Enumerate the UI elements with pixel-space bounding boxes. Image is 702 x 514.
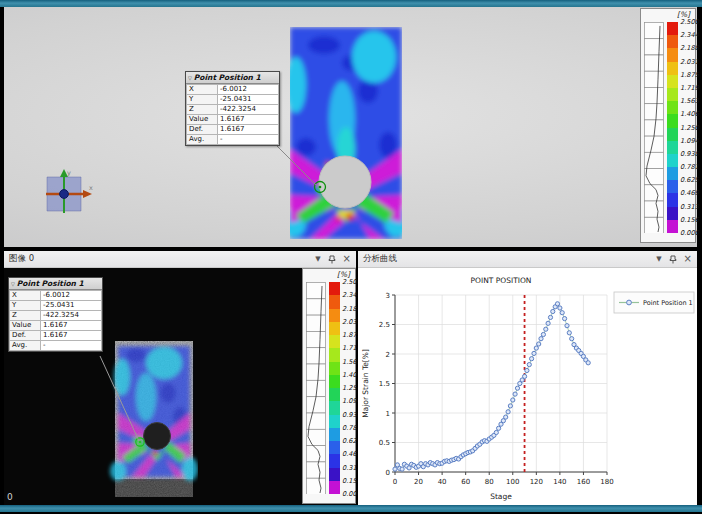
axis-gizmo[interactable]: y x xyxy=(33,167,97,223)
legend-tick-label: 0.781 xyxy=(342,424,358,432)
window-border-top xyxy=(0,0,702,7)
curve-chart-area[interactable]: 02040608010012014016018000.511.522.53POI… xyxy=(358,268,697,505)
legend-tick-label: 1.875 xyxy=(342,331,358,339)
camera-image-view[interactable]: ▽ Point Position 1 X-6.0012Y-25.0431Z-42… xyxy=(4,268,356,505)
chart-title: POINT POSITION xyxy=(471,276,532,285)
svg-text:0: 0 xyxy=(386,469,390,477)
point-data-row: Value1.6167 xyxy=(187,115,279,125)
legend-histogram xyxy=(644,22,664,233)
z-axis-dot xyxy=(60,190,69,199)
svg-text:Point Position 1: Point Position 1 xyxy=(643,299,693,307)
point-data-row: Value1.6167 xyxy=(10,321,102,331)
legend-tick-label: 2.500 xyxy=(680,18,696,26)
curve-panel-title: 分析曲线 xyxy=(363,253,656,265)
legend-tick-label: 0.313 xyxy=(680,203,696,211)
legend-tick-label: 1.094 xyxy=(342,397,358,405)
point-data-row: Avg.- xyxy=(10,341,102,351)
panel-menu-icon[interactable]: ▼ xyxy=(656,254,661,264)
specimen-3d-contour xyxy=(290,27,402,239)
legend-color-scale xyxy=(667,22,678,233)
image-panel-title: 图像 0 xyxy=(9,253,315,265)
point-data-table: X-6.0012Y-25.0431Z-422.3254Value1.6167De… xyxy=(9,290,102,351)
legend-tick-label: 0.313 xyxy=(342,464,358,472)
svg-text:80: 80 xyxy=(485,478,494,486)
legend-tick-label: 1.719 xyxy=(342,344,358,352)
frame-index-label: 0 xyxy=(7,492,13,502)
svg-text:0: 0 xyxy=(393,478,397,486)
application-window: { "window": { "border_color": "#2f7f9c" … xyxy=(0,0,702,514)
svg-text:160: 160 xyxy=(577,478,590,486)
tooltip-title: Point Position 1 xyxy=(17,279,84,288)
image-panel: 图像 0 ▼ × xyxy=(4,251,356,505)
strain-color-legend[interactable]: [%]2.5002.3442.1882.0311.8751.7191.5631.… xyxy=(302,268,356,504)
legend-tick-label: 1.719 xyxy=(680,84,696,92)
legend-tick-label: 1.406 xyxy=(680,110,696,118)
legend-tick-label: 2.344 xyxy=(342,291,358,299)
svg-text:0.5: 0.5 xyxy=(379,439,390,447)
svg-text:40: 40 xyxy=(438,478,447,486)
analysis-curve-panel: 分析曲线 ▼ × 02040608010012014016018000.511.… xyxy=(358,251,697,505)
panel-pin-icon[interactable] xyxy=(328,255,336,264)
point-data-row: Def.1.6167 xyxy=(10,331,102,341)
svg-text:3: 3 xyxy=(386,292,390,300)
point-data-row: Y-25.0431 xyxy=(10,301,102,311)
strain-color-legend[interactable]: [%]2.5002.3442.1882.0311.8751.7191.5631.… xyxy=(640,8,696,243)
legend-tick-label: 2.031 xyxy=(342,318,358,326)
point-data-row: Def.1.6167 xyxy=(187,125,279,135)
curve-panel-titlebar[interactable]: 分析曲线 ▼ × xyxy=(358,251,697,268)
point-position-tooltip[interactable]: ▽ Point Position 1 X-6.0012Y-25.0431Z-42… xyxy=(185,71,280,146)
legend-tick-label: 2.344 xyxy=(680,31,696,39)
legend-tick-label: 0.156 xyxy=(680,216,696,224)
specimen-hole xyxy=(144,423,171,450)
3d-viewport[interactable]: ▽ Point Position 1 X-6.0012Y-25.0431Z-42… xyxy=(4,7,697,247)
image-panel-titlebar[interactable]: 图像 0 ▼ × xyxy=(4,251,356,268)
x-axis-label: x xyxy=(89,184,93,192)
point-data-row: Y-25.0431 xyxy=(187,95,279,105)
chart-ylabel: Major Strain Te[%] xyxy=(361,349,370,418)
panel-menu-icon[interactable]: ▼ xyxy=(315,254,320,264)
legend-tick-label: 1.563 xyxy=(680,97,696,105)
svg-text:100: 100 xyxy=(506,478,519,486)
chart-legend: Point Position 1 xyxy=(614,292,694,313)
point-data-table: X-6.0012Y-25.0431Z-422.3254Value1.6167De… xyxy=(186,84,279,145)
svg-text:140: 140 xyxy=(553,478,566,486)
legend-tick-label: 0.938 xyxy=(680,150,696,158)
legend-tick-label: 0.469 xyxy=(680,189,696,197)
svg-text:2: 2 xyxy=(386,351,390,359)
point-position-chart: 02040608010012014016018000.511.522.53POI… xyxy=(358,268,697,505)
legend-tick-label: 1.250 xyxy=(342,384,358,392)
point-position-tooltip[interactable]: ▽ Point Position 1 X-6.0012Y-25.0431Z-42… xyxy=(8,277,103,352)
legend-tick-label: 1.250 xyxy=(680,124,696,132)
legend-tick-label: 0.625 xyxy=(680,176,696,184)
legend-tick-label: 2.188 xyxy=(680,44,696,52)
panel-pin-icon[interactable] xyxy=(669,255,677,264)
legend-tick-label: 0.156 xyxy=(342,477,358,485)
tooltip-collapse-icon[interactable]: ▽ xyxy=(188,75,192,81)
legend-color-scale xyxy=(329,282,340,494)
point-data-row: Z-422.3254 xyxy=(10,311,102,321)
svg-text:1: 1 xyxy=(386,410,390,418)
svg-text:20: 20 xyxy=(414,478,423,486)
legend-tick-label: 2.031 xyxy=(680,58,696,66)
panel-close-icon[interactable]: × xyxy=(684,254,692,264)
specimen-hole xyxy=(319,156,371,208)
panel-close-icon[interactable]: × xyxy=(343,254,351,264)
legend-tick-label: 0.000 xyxy=(342,490,358,498)
tooltip-collapse-icon[interactable]: ▽ xyxy=(11,281,15,287)
legend-tick-label: 0.469 xyxy=(342,450,358,458)
svg-text:180: 180 xyxy=(600,478,613,486)
legend-tick-label: 2.188 xyxy=(342,305,358,313)
legend-tick-label: 1.563 xyxy=(342,358,358,366)
tooltip-title: Point Position 1 xyxy=(194,73,261,82)
legend-tick-label: 1.094 xyxy=(680,137,696,145)
legend-tick-label: 0.781 xyxy=(680,163,696,171)
legend-tick-label: 1.406 xyxy=(342,371,358,379)
legend-tick-label: 0.938 xyxy=(342,411,358,419)
specimen-camera-image xyxy=(106,331,198,501)
point-data-row: X-6.0012 xyxy=(187,85,279,95)
legend-histogram xyxy=(306,282,326,494)
legend-tick-label: 1.875 xyxy=(680,71,696,79)
svg-text:1.5: 1.5 xyxy=(379,380,390,388)
chart-xlabel: Stage xyxy=(490,492,512,501)
point-data-row: Avg.- xyxy=(187,135,279,145)
